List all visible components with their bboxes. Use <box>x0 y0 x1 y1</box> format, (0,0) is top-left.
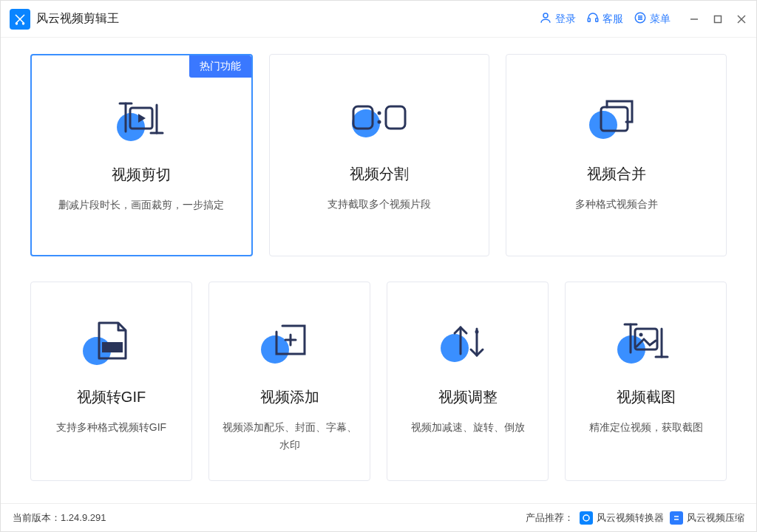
gif-icon: GIF <box>78 315 145 366</box>
svg-rect-12 <box>715 16 722 22</box>
menu-icon <box>634 11 647 27</box>
svg-text:GIF: GIF <box>106 344 118 352</box>
card-desc: 支持多种格式视频转GIF <box>56 419 166 437</box>
card-title: 视频截图 <box>617 387 676 407</box>
version-label: 当前版本： <box>13 511 61 525</box>
main-content: 热门功能 视频剪切 删减片段时长，画面裁剪，一步搞定 <box>1 38 756 503</box>
recommend-converter-label: 风云视频转换器 <box>597 511 664 525</box>
card-desc: 删减片段时长，画面裁剪，一步搞定 <box>58 197 224 214</box>
capture-icon <box>613 315 679 366</box>
feature-row-bottom: GIF 视频转GIF 支持多种格式视频转GIF 视频添加 视频添加配乐、封面、字… <box>30 282 727 481</box>
login-button[interactable]: 登录 <box>539 11 576 27</box>
svg-rect-25 <box>601 107 628 131</box>
card-video-merge[interactable]: 视频合并 多种格式视频合并 <box>506 54 727 256</box>
recommend-label: 产品推荐： <box>526 511 574 525</box>
card-title: 视频分割 <box>350 164 409 184</box>
card-video-add[interactable]: 视频添加 视频添加配乐、封面、字幕、水印 <box>208 282 370 481</box>
footer: 当前版本： 1.24.9.291 产品推荐： 风云视频转换器 风云视频压缩 <box>1 503 756 531</box>
svg-rect-5 <box>588 18 590 22</box>
window-controls <box>688 13 747 25</box>
brand: 风云视频剪辑王 <box>10 9 119 30</box>
close-button[interactable] <box>736 13 747 25</box>
svg-point-3 <box>22 22 24 24</box>
menu-button[interactable]: 菜单 <box>634 11 671 27</box>
card-video-adjust[interactable]: 视频调整 视频加减速、旋转、倒放 <box>387 282 549 481</box>
hot-badge: 热门功能 <box>189 55 251 78</box>
minimize-button[interactable] <box>688 13 700 25</box>
svg-point-39 <box>583 515 589 521</box>
card-title: 视频合并 <box>587 164 646 184</box>
split-icon <box>346 92 413 143</box>
support-label: 客服 <box>602 13 623 26</box>
svg-marker-20 <box>138 114 146 123</box>
brand-icon <box>10 9 30 30</box>
titlebar-right: 登录 客服 菜单 <box>539 11 747 27</box>
support-button[interactable]: 客服 <box>586 11 623 27</box>
svg-rect-6 <box>596 18 598 22</box>
converter-icon <box>580 511 593 525</box>
card-title: 视频添加 <box>260 387 319 407</box>
card-video-capture[interactable]: 视频截图 精准定位视频，获取截图 <box>565 282 727 481</box>
titlebar: 风云视频剪辑王 登录 客服 菜单 <box>1 1 756 38</box>
login-label: 登录 <box>555 13 576 26</box>
card-desc: 支持截取多个视频片段 <box>327 196 431 214</box>
svg-point-32 <box>475 330 478 334</box>
card-desc: 多种格式视频合并 <box>575 196 658 214</box>
card-video-cut[interactable]: 热门功能 视频剪切 删减片段时长，画面裁剪，一步搞定 <box>30 54 253 256</box>
menu-label: 菜单 <box>650 13 671 26</box>
card-title: 视频调整 <box>438 387 498 407</box>
maximize-button[interactable] <box>712 13 724 25</box>
compress-icon <box>670 511 683 525</box>
card-desc: 视频添加配乐、封面、字幕、水印 <box>221 419 358 454</box>
card-title: 视频剪切 <box>112 165 171 185</box>
svg-point-24 <box>378 120 381 124</box>
recommend-compress-label: 风云视频压缩 <box>687 511 744 525</box>
svg-rect-21 <box>353 106 373 129</box>
app-title: 风云视频剪辑王 <box>36 11 119 27</box>
card-video-split[interactable]: 视频分割 支持截取多个视频片段 <box>269 54 490 256</box>
card-video-gif[interactable]: GIF 视频转GIF 支持多种格式视频转GIF <box>30 282 192 481</box>
svg-point-4 <box>543 13 548 18</box>
add-icon <box>257 315 323 366</box>
card-desc: 精准定位视频，获取截图 <box>589 419 703 437</box>
adjust-icon <box>435 315 501 366</box>
svg-point-2 <box>16 22 18 24</box>
version-value: 1.24.9.291 <box>61 512 106 523</box>
headset-icon <box>586 11 600 27</box>
card-desc: 视频加减速、旋转、倒放 <box>411 419 525 437</box>
user-icon <box>539 11 552 27</box>
cut-icon <box>108 92 174 144</box>
footer-right: 产品推荐： 风云视频转换器 风云视频压缩 <box>526 511 744 525</box>
svg-point-23 <box>378 112 381 115</box>
svg-point-38 <box>639 333 642 337</box>
card-title: 视频转GIF <box>77 387 146 407</box>
recommend-converter[interactable]: 风云视频转换器 <box>580 511 664 525</box>
svg-rect-37 <box>635 329 657 349</box>
recommend-compress[interactable]: 风云视频压缩 <box>670 511 744 525</box>
merge-icon <box>583 92 650 143</box>
svg-rect-22 <box>386 106 405 129</box>
feature-row-top: 热门功能 视频剪切 删减片段时长，画面裁剪，一步搞定 <box>30 54 727 256</box>
